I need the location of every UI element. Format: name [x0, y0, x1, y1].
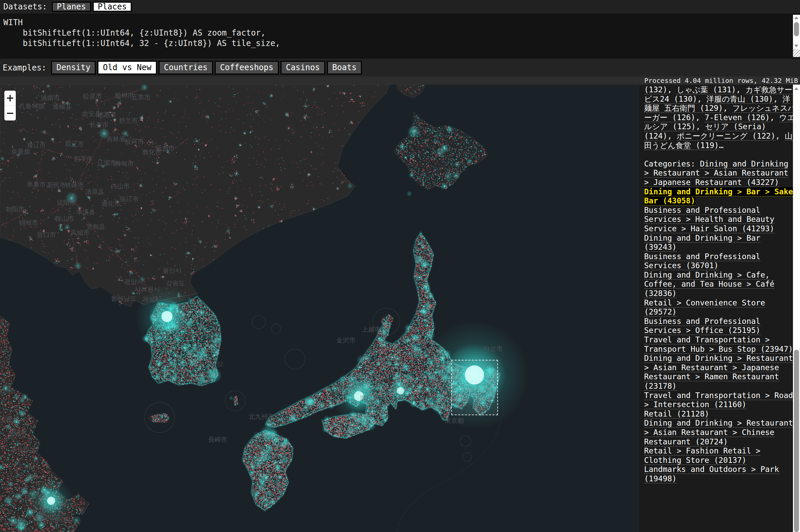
- map-city-label: 敦化市: [143, 148, 162, 157]
- map-panel[interactable]: 洮南市松原市榆树市五常市扎鲁特旗通榆县农安县德惠市长春市舒兰市双辽市通辽市吉林省…: [0, 84, 639, 532]
- map-city-label: 阜新市: [27, 180, 46, 189]
- map-city-label: 营口市: [37, 231, 56, 239]
- sql-code[interactable]: WITH bitShiftLeft(1::UInt64, {z:UInt8}) …: [0, 14, 800, 49]
- map-city-label: 日立市: [484, 345, 503, 354]
- map-city-label: 황해남도: [111, 294, 137, 303]
- map-city-label: 宽甸县: [86, 223, 106, 231]
- main-area: 洮南市松原市榆树市五常市扎鲁特旗通榆县农安县德惠市长春市舒兰市双辽市通辽市吉林省…: [0, 84, 800, 532]
- map-city-label: 双辽市: [65, 140, 84, 149]
- category-link[interactable]: Business and Professional Services > Hea…: [644, 206, 775, 233]
- sidebar-scrollbar[interactable]: [793, 84, 800, 532]
- map-city-label: 舒兰市: [119, 116, 138, 125]
- map-city-label: 桦甸市: [115, 159, 134, 168]
- category-link[interactable]: Retail > Convenience Store (29572): [644, 298, 765, 317]
- map-city-label: 長崎市: [208, 435, 228, 444]
- brands-list: (132), しゃぶ葉 (131), カギ救急サービス24 (130), 洋服の…: [644, 85, 797, 150]
- code-scroll-down-icon[interactable]: [793, 43, 800, 49]
- category-link[interactable]: Business and Professional Services (3670…: [644, 252, 760, 270]
- zoom-control: + −: [4, 91, 16, 120]
- map-city-label: 长春市: [90, 120, 109, 129]
- category-link-highlighted[interactable]: Dining and Drinking > Bar > Sake Bar (43…: [644, 187, 793, 206]
- map-city-label: 临江市: [120, 195, 139, 204]
- app-window: Datasets: PlanesPlaces WITH bitShiftLeft…: [0, 0, 800, 532]
- category-link[interactable]: Dining and Drinking > Restaurant > Asian…: [644, 419, 793, 446]
- map-city-label: 锦州市: [19, 218, 38, 227]
- sidebar-scroll-up-icon[interactable]: [793, 86, 800, 92]
- map-city-label: 滨海县: [0, 414, 19, 423]
- map-city-label: 四平市: [74, 155, 93, 164]
- zoom-out-button[interactable]: −: [4, 106, 16, 120]
- map-city-label: 원산시: [163, 266, 182, 275]
- map-city-label: 沈阳市: [57, 198, 76, 207]
- map-city-label: 울산: [210, 360, 223, 368]
- category-link[interactable]: Business and Professional Services > Off…: [644, 317, 760, 335]
- map-city-label: 浜松市: [360, 394, 379, 403]
- resize-grip-icon[interactable]: [793, 49, 800, 57]
- example-button-boats[interactable]: Boats: [327, 61, 362, 75]
- sidebar-text[interactable]: (132), しゃぶ葉 (131), カギ救急サービス24 (130), 洋服の…: [639, 84, 800, 532]
- example-button-old-vs-new[interactable]: Old vs New: [97, 61, 157, 75]
- map-city-label: 岱山县: [53, 516, 72, 524]
- map-city-label: 本溪县: [76, 208, 95, 216]
- sidebar-link[interactable]: (132): [644, 85, 667, 94]
- code-scrollbar[interactable]: [793, 15, 800, 49]
- map-city-label: 白山市: [111, 182, 130, 191]
- map-city-label: 강원도: [166, 279, 185, 288]
- category-link[interactable]: Landmarks and Outdoors > Park (19498): [644, 465, 779, 483]
- category-link[interactable]: Dining and Drinking > Restaurant > Asian…: [644, 354, 793, 391]
- map-city-label: 鞍山市: [55, 214, 74, 223]
- example-button-coffeeshops[interactable]: Coffeeshops: [215, 61, 279, 75]
- map-city-label: 奈曼旗: [12, 147, 31, 156]
- map-city-label: 辽源市: [97, 159, 116, 168]
- map-city-label: 新民市: [47, 181, 66, 190]
- map-city-label: 金沢市: [337, 336, 356, 345]
- category-link[interactable]: Travel and Transportation > Road > Inter…: [644, 391, 793, 410]
- examples-bar: Examples: DensityOld vs NewCountriesCoff…: [0, 59, 800, 77]
- example-button-casinos[interactable]: Casinos: [280, 61, 325, 75]
- map-city-label: 개성시: [143, 295, 162, 304]
- status-text: Processed 4.04 million rows, 42.32 MiB: [644, 77, 798, 84]
- category-link[interactable]: Retail > Fashion Retail > Clothing Store…: [644, 446, 760, 465]
- map-city-label: 吉林省: [107, 135, 126, 143]
- category-link[interactable]: Retail (21128): [644, 410, 709, 419]
- example-buttons: DensityOld vs NewCountriesCoffeeshopsCas…: [51, 61, 364, 75]
- map-city-label: 通榆县: [53, 102, 72, 111]
- sidebar-link[interactable]: 7-Eleven (126): [705, 113, 770, 122]
- category-link[interactable]: Dining and Drinking > Bar (39243): [644, 234, 760, 252]
- dataset-button-planes[interactable]: Planes: [52, 2, 91, 12]
- example-button-countries[interactable]: Countries: [159, 61, 213, 75]
- map-city-label: 松原市: [83, 92, 102, 101]
- datasets-label: Datasets:: [3, 2, 47, 12]
- map-city-label: 東京都: [445, 417, 464, 425]
- sidebar-link[interactable]: しゃぶ葉 (131): [677, 85, 736, 94]
- map-city-label: 通化市: [102, 200, 121, 208]
- code-scroll-up-icon[interactable]: [793, 15, 800, 21]
- status-bar: Processed 4.04 million rows, 42.32 MiB: [0, 77, 800, 84]
- map-city-label: 东台市: [11, 445, 30, 454]
- map-city-label: 北九州市: [249, 413, 274, 421]
- map-city-label: 清原县: [85, 188, 105, 196]
- dataset-buttons: PlanesPlaces: [52, 2, 133, 12]
- map-city-label: 사리원시: [134, 285, 160, 294]
- map-city-label: 부산: [204, 368, 216, 377]
- map-city-label: 盐城市: [8, 429, 27, 438]
- sidebar-scroll-thumb[interactable]: [794, 350, 799, 532]
- map-city-label: 五常市: [132, 93, 151, 102]
- code-scroll-thumb[interactable]: [794, 22, 799, 36]
- sql-editor[interactable]: WITH bitShiftLeft(1::UInt64, {z:UInt8}) …: [0, 14, 800, 59]
- category-link[interactable]: Dining and Drinking > Cafe, Coffee, and …: [644, 270, 775, 298]
- map-city-label: 铁岭市: [65, 181, 84, 190]
- map-city-label: 德惠市: [97, 110, 116, 119]
- sidebar-link[interactable]: 洋服の青山 (130): [707, 95, 774, 104]
- zoom-in-button[interactable]: +: [4, 91, 16, 106]
- map-city-label: 洮南市: [41, 94, 60, 102]
- example-button-density[interactable]: Density: [51, 61, 96, 75]
- categories-list: Categories: Dining and Drinking > Restau…: [644, 159, 797, 484]
- map-canvas[interactable]: [0, 84, 639, 532]
- dataset-button-places[interactable]: Places: [93, 2, 132, 12]
- selection-rectangle[interactable]: [451, 360, 498, 415]
- map-city-label: 朝阳市: [6, 205, 25, 214]
- categories-label: Categories:: [644, 159, 700, 168]
- sidebar-link[interactable]: ポニークリーニング (122): [677, 132, 776, 141]
- category-link[interactable]: Travel and Transportation > Transport Hu…: [644, 335, 793, 354]
